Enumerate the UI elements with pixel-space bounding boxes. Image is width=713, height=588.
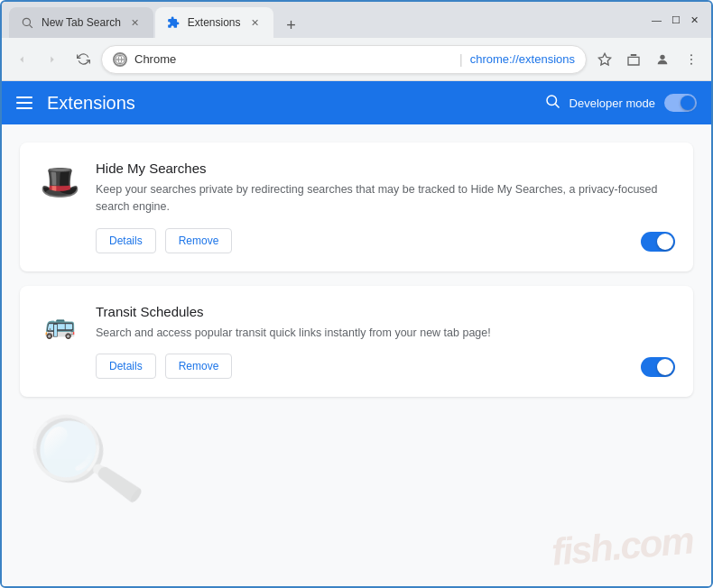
svg-point-8 bbox=[690, 62, 692, 64]
ext-hide-my-searches-body: Hide My Searches Keep your searches priv… bbox=[96, 161, 675, 253]
ext-hide-my-searches-toggle-knob bbox=[657, 234, 673, 250]
tab-extensions[interactable]: Extensions ✕ bbox=[155, 7, 273, 38]
ext-transit-schedules-name: Transit Schedules bbox=[96, 304, 675, 319]
extensions-content: 🔍 fish.com 🎩 Hide My Searches Keep your … bbox=[2, 124, 711, 586]
developer-mode-toggle-knob bbox=[681, 96, 695, 110]
search-icon[interactable] bbox=[544, 93, 560, 113]
ext-transit-schedules-toggle-wrap bbox=[641, 357, 675, 379]
ext-hide-my-searches-toggle[interactable] bbox=[641, 232, 675, 252]
developer-mode-toggle[interactable] bbox=[664, 94, 697, 112]
ext-transit-schedules-remove-button[interactable]: Remove bbox=[165, 354, 233, 379]
bookmark-button[interactable] bbox=[592, 47, 617, 72]
window-controls: — ☐ ✕ bbox=[651, 14, 704, 26]
svg-point-0 bbox=[23, 18, 30, 25]
svg-line-10 bbox=[555, 104, 559, 107]
hamburger-line-3 bbox=[16, 107, 32, 109]
omnibox-bar: Chrome | chrome://extensions bbox=[2, 38, 711, 81]
hamburger-menu[interactable] bbox=[16, 96, 32, 109]
tab-new-tab-search-label: New Tab Search bbox=[42, 16, 121, 29]
tab-extensions-label: Extensions bbox=[188, 16, 241, 29]
hamburger-line-1 bbox=[16, 96, 32, 98]
ext-hide-my-searches-name: Hide My Searches bbox=[96, 161, 675, 176]
ext-transit-schedules-toggle[interactable] bbox=[641, 357, 675, 377]
extension-button[interactable] bbox=[621, 47, 646, 72]
ext-transit-schedules-icon: 🚌 bbox=[38, 304, 81, 347]
title-bar: New Tab Search ✕ Extensions ✕ + — ☐ ✕ bbox=[2, 2, 711, 38]
profile-button[interactable] bbox=[650, 47, 675, 72]
extensions-page-title: Extensions bbox=[47, 93, 544, 114]
tab-new-tab-search[interactable]: New Tab Search ✕ bbox=[9, 7, 153, 38]
svg-point-5 bbox=[660, 54, 664, 59]
browser-window: New Tab Search ✕ Extensions ✕ + — ☐ ✕ bbox=[0, 0, 713, 588]
tab-new-tab-search-close[interactable]: ✕ bbox=[128, 15, 143, 30]
developer-mode-label: Developer mode bbox=[569, 96, 655, 110]
tab-extensions-icon bbox=[166, 15, 181, 30]
svg-point-7 bbox=[690, 59, 692, 60]
ext-hide-my-searches-icon: 🎩 bbox=[38, 161, 81, 204]
ext-hide-my-searches-actions: Details Remove bbox=[96, 228, 675, 253]
back-button[interactable] bbox=[9, 47, 34, 72]
ext-hide-my-searches-details-button[interactable]: Details bbox=[96, 228, 156, 253]
forward-button[interactable] bbox=[40, 47, 65, 72]
ext-transit-schedules-body: Transit Schedules Search and access popu… bbox=[96, 304, 675, 380]
developer-mode-section: Developer mode bbox=[544, 93, 697, 113]
reload-button[interactable] bbox=[70, 47, 96, 72]
svg-rect-4 bbox=[631, 54, 637, 56]
extension-card-hide-my-searches: 🎩 Hide My Searches Keep your searches pr… bbox=[20, 142, 693, 271]
ext-transit-schedules-toggle-knob bbox=[657, 359, 673, 375]
new-tab-button[interactable]: + bbox=[279, 13, 304, 38]
tab-extensions-close[interactable]: ✕ bbox=[248, 15, 263, 30]
omnibox-actions bbox=[592, 47, 704, 72]
maximize-button[interactable]: ☐ bbox=[670, 14, 681, 26]
omnibox-separator: | bbox=[459, 52, 463, 67]
ext-transit-schedules-description: Search and access popular transit quick … bbox=[96, 325, 675, 342]
site-icon bbox=[113, 52, 127, 67]
tab-search-icon bbox=[20, 15, 34, 30]
watermark-text: fish.com bbox=[551, 519, 695, 574]
tabs-container: New Tab Search ✕ Extensions ✕ + bbox=[9, 2, 651, 38]
extension-card-transit-schedules: 🚌 Transit Schedules Search and access po… bbox=[20, 286, 693, 398]
ext-hide-my-searches-toggle-wrap bbox=[641, 232, 675, 253]
ext-transit-schedules-details-button[interactable]: Details bbox=[96, 354, 156, 379]
hamburger-line-2 bbox=[16, 102, 32, 104]
ext-transit-schedules-actions: Details Remove bbox=[96, 354, 675, 379]
svg-line-1 bbox=[30, 25, 32, 28]
ext-hide-my-searches-description: Keep your searches private by redirectin… bbox=[96, 181, 675, 216]
watermark-icon: 🔍 bbox=[21, 399, 151, 523]
svg-marker-3 bbox=[598, 53, 610, 65]
extensions-header: Extensions Developer mode bbox=[2, 81, 711, 124]
omnibox[interactable]: Chrome | chrome://extensions bbox=[101, 45, 587, 74]
close-button[interactable]: ✕ bbox=[689, 14, 700, 26]
site-name: Chrome bbox=[134, 52, 452, 66]
omnibox-url: chrome://extensions bbox=[470, 52, 575, 66]
svg-point-6 bbox=[690, 54, 692, 56]
svg-point-9 bbox=[547, 96, 557, 106]
more-button[interactable] bbox=[679, 47, 704, 72]
ext-hide-my-searches-remove-button[interactable]: Remove bbox=[165, 228, 233, 253]
minimize-button[interactable]: — bbox=[651, 14, 662, 26]
